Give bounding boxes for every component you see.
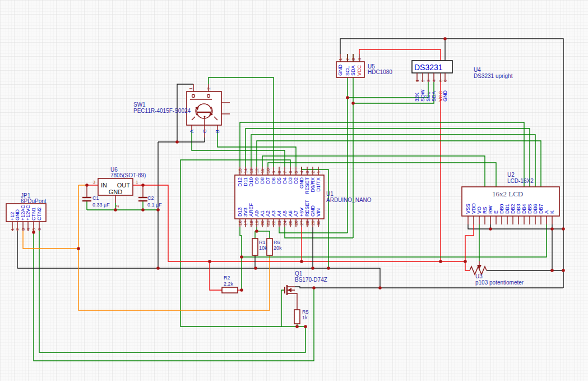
junction-dot — [550, 269, 554, 272]
schematic-label: C1 — [92, 195, 99, 201]
schematic-label: D3 — [288, 177, 293, 184]
junction-dot — [562, 227, 565, 231]
schematic-label: p103 potentiometer — [475, 279, 524, 286]
schematic-editor-canvas[interactable]: JP16PDuPont+12GND+12AC+12VCCTN1CTN212345… — [0, 0, 588, 381]
schematic-label: 28 — [305, 220, 310, 225]
schematic-label: VCC — [356, 65, 362, 76]
schematic-label: BS170-D74Z — [295, 277, 327, 283]
schematic-label: C — [202, 129, 207, 133]
schematic-label: IN — [101, 182, 107, 189]
schematic-label: DB1 — [504, 204, 510, 214]
schematic-label: 7805(SOT-89) — [110, 172, 146, 178]
schematic-label: 20 — [260, 220, 265, 225]
schematic-label: 5 — [31, 228, 36, 231]
schematic-label: 1 — [338, 58, 343, 61]
junction-dot — [550, 227, 554, 231]
junction-dot — [114, 208, 117, 212]
schematic-label: Q1 — [295, 270, 303, 277]
schematic-label: SQW — [420, 89, 425, 102]
schematic-label: VSS — [465, 204, 471, 214]
schematic-label: B — [215, 130, 220, 133]
schematic-label: A3 — [271, 210, 276, 217]
schematic-label: 20k — [274, 245, 282, 251]
schematic-label: A — [544, 210, 549, 214]
schematic-label: A0 — [254, 210, 260, 217]
r5-body[interactable] — [294, 310, 300, 324]
schematic-label: DB0 — [499, 204, 504, 214]
schematic-label: 3V3 — [243, 208, 248, 217]
junction-dot — [208, 260, 211, 263]
schematic-label: 18 — [249, 220, 254, 225]
schematic-label: 2 — [311, 171, 316, 173]
schematic-label: 2 — [115, 205, 120, 208]
schematic-label: D10 — [248, 177, 254, 187]
junction-dot — [300, 260, 303, 263]
schematic-label: D9 — [254, 177, 260, 184]
schematic-label: GND — [109, 189, 123, 195]
junction-dot — [156, 267, 160, 270]
schematic-label: K — [549, 210, 555, 214]
schematic-label: 30 — [316, 220, 321, 225]
junction-dot — [312, 286, 316, 290]
schematic-label: 4 — [432, 79, 437, 82]
schematic-label: U1 — [326, 191, 334, 197]
schematic-label: HDC1080 — [368, 69, 392, 75]
schematic-label: GND — [442, 90, 448, 102]
junction-dot — [255, 229, 258, 233]
schematic-label: 4 — [299, 171, 304, 173]
junction-dot — [304, 325, 307, 328]
schematic-label: D11 — [243, 177, 248, 186]
schematic-label: 14 — [243, 168, 248, 173]
junction-dot — [295, 325, 299, 328]
schematic-label: A4 — [276, 210, 282, 217]
schematic-label: 3 — [426, 79, 431, 82]
schematic-label: SCL — [425, 91, 431, 102]
schematic-label: 6 — [443, 79, 448, 82]
schematic-label: R2 — [224, 275, 230, 281]
schematic-label: RS — [482, 206, 488, 214]
schematic-label: D0/RX — [310, 177, 316, 192]
schematic-label: 4 — [26, 228, 31, 231]
junction-dot — [489, 227, 492, 231]
schematic-label: VO — [476, 206, 482, 214]
schematic-label: 24 — [283, 220, 288, 225]
schematic-label: AREF — [248, 203, 254, 217]
junction-dot — [85, 183, 89, 187]
schematic-label: A7 — [293, 210, 299, 217]
schematic-label: DB6 — [533, 204, 538, 214]
schematic-label: OUT — [117, 182, 131, 189]
schematic-label: 0.1 µF — [147, 202, 162, 208]
junction-dot — [77, 247, 80, 250]
schematic-label: 2 — [206, 87, 211, 90]
schematic-label: 2.2k — [224, 281, 234, 287]
schematic-label: DB3 — [516, 204, 521, 214]
schematic-label: 2 — [420, 79, 425, 82]
schematic-label: DB7 — [538, 204, 544, 214]
schematic-label: GND — [299, 177, 304, 189]
r6-body[interactable] — [267, 238, 272, 255]
schematic-label: CTN1 — [31, 207, 36, 221]
schematic-label: A5 — [282, 210, 288, 217]
schematic-label: +5V — [299, 208, 304, 217]
schematic-label: D5 — [276, 177, 282, 184]
junction-dot — [378, 286, 382, 290]
schematic-label: 1 — [10, 228, 15, 231]
schematic-label: SW1 — [133, 102, 146, 108]
schematic-label: GND — [15, 209, 20, 221]
schematic-label: A2 — [265, 210, 271, 217]
schematic-label: U2 — [507, 172, 515, 178]
schematic-label: R5 — [302, 309, 309, 315]
schematic-label: VIN — [316, 208, 321, 217]
schematic-label: D8 — [260, 177, 265, 184]
schematic-label: 11 — [260, 168, 265, 173]
r2-body[interactable] — [222, 287, 238, 293]
schematic-label: 23 — [277, 220, 282, 225]
schematic-label: 5 — [294, 171, 299, 173]
schematic-label: RESET — [304, 177, 310, 195]
schematic-label: 6PDuPont — [21, 198, 47, 204]
r1-body[interactable] — [252, 238, 258, 255]
junction-dot — [464, 260, 467, 263]
encoder-detent-dot — [203, 116, 205, 117]
schematic-label: 2 — [345, 58, 350, 61]
schematic-label: 1k — [302, 315, 308, 320]
